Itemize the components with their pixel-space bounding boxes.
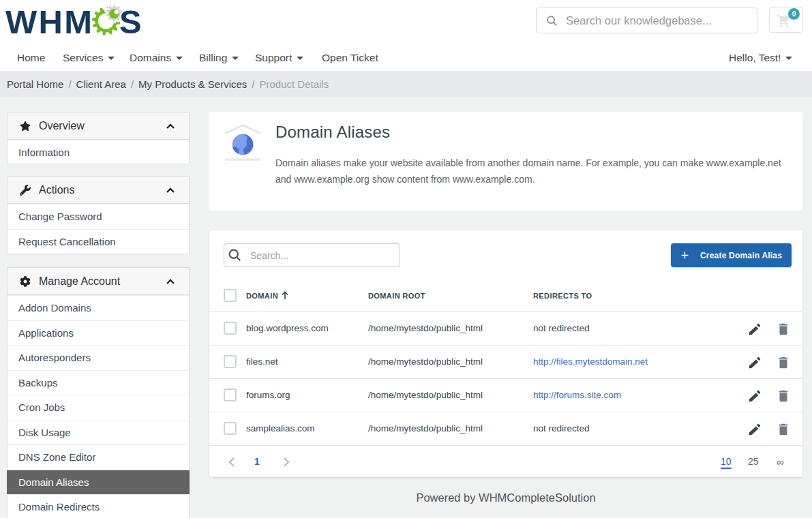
svg-text:WHM: WHM xyxy=(5,3,92,39)
svg-text:S: S xyxy=(119,3,142,39)
